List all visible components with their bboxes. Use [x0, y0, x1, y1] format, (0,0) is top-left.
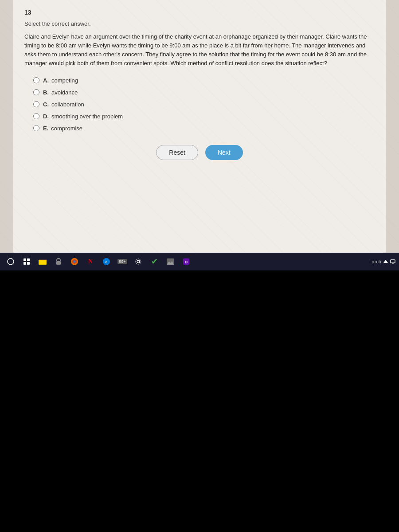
monitor-icon	[390, 259, 395, 264]
reset-button[interactable]: Reset	[156, 145, 198, 160]
quiz-area: 13 Select the correct answer. Claire and…	[0, 0, 399, 270]
option-a-letter: A.	[43, 77, 49, 84]
svg-rect-1	[23, 258, 26, 261]
svg-rect-3	[23, 262, 26, 265]
task-view-button[interactable]	[20, 254, 34, 269]
radio-b[interactable]	[33, 89, 39, 95]
firefox-icon[interactable]	[67, 254, 82, 269]
option-b-text: avoidance	[51, 89, 78, 96]
option-d-text: smoothing over the problem	[51, 113, 123, 120]
option-e-text: compromise	[51, 125, 82, 132]
taskbar-right-area: arch	[372, 259, 395, 264]
svg-text:e: e	[105, 260, 107, 264]
chevron-up-icon	[383, 259, 388, 264]
app-icon-1[interactable]: e	[99, 254, 113, 269]
option-e[interactable]: E. compromise	[33, 125, 375, 132]
option-a[interactable]: A. competing	[33, 77, 375, 84]
notification-count: 99+	[117, 259, 127, 264]
svg-point-12	[137, 260, 140, 263]
svg-rect-19	[391, 260, 395, 263]
option-e-letter: E.	[43, 125, 48, 132]
radio-a[interactable]	[33, 77, 39, 83]
next-button[interactable]: Next	[205, 145, 243, 160]
svg-rect-4	[27, 262, 30, 265]
option-a-text: competing	[51, 77, 78, 84]
option-c-letter: C.	[43, 101, 49, 108]
radio-e[interactable]	[33, 125, 39, 131]
svg-point-13	[136, 259, 141, 264]
notification-badge-area[interactable]: 99+	[115, 254, 129, 269]
quiz-container: 13 Select the correct answer. Claire and…	[13, 0, 386, 257]
buttons-row: Reset Next	[24, 145, 375, 160]
option-c-text: collaboration	[51, 101, 84, 108]
svg-text:D: D	[185, 260, 188, 264]
options-list: A. competing B. avoidance C. collaborati…	[33, 77, 375, 132]
option-d-letter: D.	[43, 113, 49, 120]
taskbar-search-text: arch	[372, 259, 381, 264]
question-number: 13	[24, 9, 375, 16]
app-icon-2[interactable]: D	[179, 254, 193, 269]
lock-icon[interactable]	[51, 254, 66, 269]
settings-icon[interactable]	[131, 254, 145, 269]
question-text: Claire and Evelyn have an argument over …	[24, 32, 375, 68]
svg-rect-2	[27, 258, 30, 261]
svg-marker-18	[383, 260, 388, 263]
instruction: Select the correct answer.	[24, 20, 375, 27]
checkmark-icon[interactable]: ✔	[147, 254, 161, 269]
svg-rect-6	[56, 261, 61, 265]
option-b-letter: B.	[43, 89, 49, 96]
svg-rect-20	[392, 263, 394, 264]
taskbar: N e 99+ ✔ D arch	[0, 253, 399, 270]
svg-point-0	[8, 258, 14, 265]
start-button[interactable]	[4, 254, 18, 269]
file-explorer-icon[interactable]	[35, 254, 50, 269]
image-icon[interactable]	[163, 254, 177, 269]
radio-d[interactable]	[33, 113, 39, 119]
svg-point-9	[74, 261, 76, 263]
option-c[interactable]: C. collaboration	[33, 101, 375, 108]
netflix-icon[interactable]: N	[83, 254, 98, 269]
black-area	[0, 288, 399, 532]
radio-c[interactable]	[33, 101, 39, 107]
option-d[interactable]: D. smoothing over the problem	[33, 113, 375, 120]
option-b[interactable]: B. avoidance	[33, 89, 375, 96]
